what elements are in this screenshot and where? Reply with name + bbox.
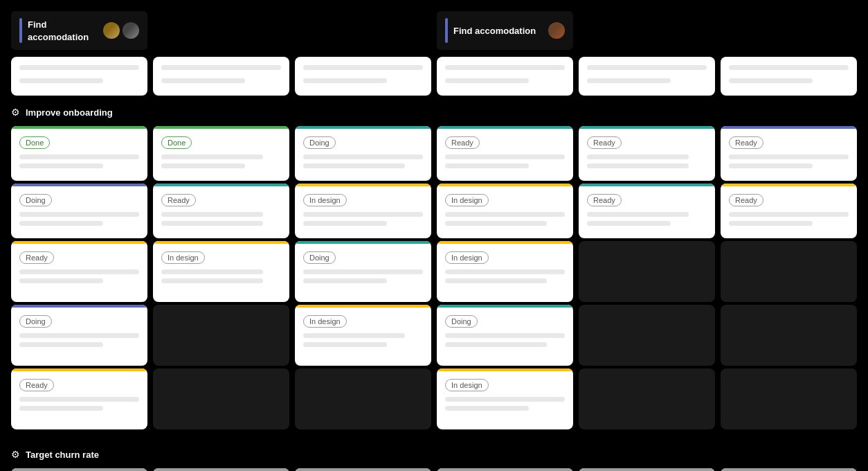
project-accent-bar: [19, 18, 22, 43]
task-card[interactable]: In design: [437, 184, 573, 238]
card-line: [161, 221, 263, 226]
project-title: Find accomodation: [28, 19, 89, 42]
card-line: [303, 154, 423, 159]
empty-card: [721, 305, 857, 366]
empty-card: [579, 241, 715, 302]
avatar: [103, 22, 120, 39]
project-header-cell: [295, 11, 431, 50]
card-line: [587, 163, 689, 168]
task-card[interactable]: Not ready: [437, 468, 573, 471]
card-line: [445, 154, 565, 159]
task-card[interactable]: Doing: [295, 241, 431, 302]
project-header-cell: [721, 11, 857, 50]
task-card[interactable]: In design: [295, 305, 431, 366]
empty-card: [579, 368, 715, 429]
card-line: [161, 163, 245, 168]
avatar: [123, 22, 139, 39]
card-badge: In design: [161, 251, 205, 264]
task-card[interactable]: Ready: [579, 126, 715, 181]
section-title: Improve onboarding: [26, 107, 113, 118]
card-line: [445, 333, 565, 338]
card-badge: Done: [161, 136, 192, 149]
card-line: [19, 163, 103, 168]
placeholder-card: [11, 57, 147, 96]
card-line: [303, 269, 423, 274]
card-badge: Ready: [587, 136, 622, 149]
card-badge: In design: [445, 194, 489, 206]
card-line: [303, 278, 387, 283]
project-accent-bar: [445, 18, 448, 43]
card-line: [19, 397, 139, 402]
card-line: [19, 221, 103, 226]
task-card[interactable]: In design: [437, 241, 573, 302]
cards-row: Not readyNot readyNot readyNot readyNot …: [11, 468, 857, 471]
task-card[interactable]: In design: [153, 241, 289, 302]
card-line: [445, 278, 547, 283]
card-line: [161, 154, 263, 159]
cards-row: ReadyIn design: [11, 368, 857, 429]
task-card[interactable]: Ready: [579, 184, 715, 238]
task-card[interactable]: Doing: [11, 184, 147, 238]
section-title: Target churn rate: [26, 450, 99, 460]
empty-card: [721, 368, 857, 429]
card-line: [729, 212, 849, 217]
top-placeholder-row: [11, 57, 857, 96]
section-icon: ⚙: [11, 107, 20, 118]
card-line: [445, 397, 565, 402]
card-line: [445, 406, 529, 411]
task-card[interactable]: Not ready: [579, 468, 715, 471]
task-card[interactable]: Done: [11, 126, 147, 181]
card-line: [161, 278, 263, 283]
card-badge: Ready: [729, 194, 763, 206]
task-card[interactable]: Done: [153, 126, 289, 181]
task-card[interactable]: Ready: [721, 126, 857, 181]
task-card[interactable]: Ready: [11, 368, 147, 429]
card-line: [303, 163, 405, 168]
card-badge: Ready: [587, 194, 622, 206]
card-line: [19, 406, 103, 411]
card-line: [19, 342, 103, 347]
avatar-group: [548, 22, 565, 39]
card-line: [445, 269, 565, 274]
card-line: [729, 221, 813, 226]
section-icon: ⚙: [11, 449, 20, 460]
task-card[interactable]: In design: [437, 368, 573, 429]
task-card[interactable]: Doing: [437, 305, 573, 366]
task-card[interactable]: Not ready: [11, 468, 147, 471]
card-badge: Doing: [303, 136, 336, 149]
project-headers-row: Find accomodationFind accomodation: [11, 11, 857, 50]
card-line: [19, 154, 139, 159]
card-line: [445, 212, 565, 217]
card-line: [19, 278, 103, 283]
task-card[interactable]: Doing: [11, 305, 147, 366]
card-line: [19, 269, 139, 274]
card-line: [445, 221, 547, 226]
placeholder-card: [153, 57, 289, 96]
card-badge: Doing: [303, 251, 336, 264]
empty-card: [295, 368, 431, 429]
task-card[interactable]: Not ready: [153, 468, 289, 471]
avatar: [548, 22, 565, 39]
cards-row: DoingIn designDoing: [11, 305, 857, 366]
task-card[interactable]: Not ready: [721, 468, 857, 471]
card-line: [587, 221, 671, 226]
card-line: [729, 154, 849, 159]
avatar-group: [103, 22, 139, 39]
empty-card: [153, 305, 289, 366]
placeholder-card: [579, 57, 715, 96]
task-card[interactable]: In design: [295, 184, 431, 238]
card-badge: In design: [445, 251, 489, 264]
task-card[interactable]: Ready: [11, 241, 147, 302]
task-card[interactable]: Doing: [295, 126, 431, 181]
card-line: [587, 154, 689, 159]
project-header-cell: [579, 11, 715, 50]
cards-row: ReadyIn designDoingIn design: [11, 241, 857, 302]
task-card[interactable]: Ready: [153, 184, 289, 238]
task-card[interactable]: Ready: [437, 126, 573, 181]
card-badge: Ready: [161, 194, 196, 206]
task-card[interactable]: Not ready: [295, 468, 431, 471]
card-line: [19, 212, 139, 217]
card-line: [303, 342, 387, 347]
card-line: [729, 163, 813, 168]
task-card[interactable]: Ready: [721, 184, 857, 238]
